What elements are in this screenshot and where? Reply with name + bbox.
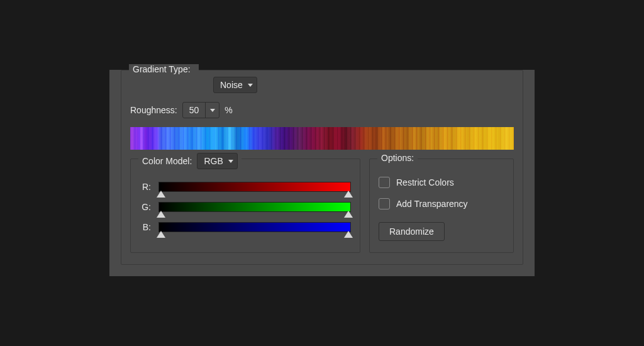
channel-g-label: G: xyxy=(140,202,151,212)
slider-g[interactable] xyxy=(158,202,351,212)
restrict-colors-checkbox[interactable] xyxy=(379,177,390,188)
color-model-fieldset: Color Model: RGB R: G: xyxy=(130,159,360,253)
color-model-select[interactable]: RGB xyxy=(197,153,237,169)
slider-g-min-thumb[interactable] xyxy=(157,211,165,218)
color-model-legend: Color Model: RGB xyxy=(138,153,242,169)
slider-r[interactable] xyxy=(158,182,351,192)
add-transparency-label: Add Transparency xyxy=(396,199,468,209)
options-fieldset: Options: Restrict Colors Add Transparenc… xyxy=(369,159,514,253)
add-transparency-checkbox[interactable] xyxy=(379,198,390,209)
slider-r-min-thumb[interactable] xyxy=(157,191,165,198)
channel-r-label: R: xyxy=(140,182,151,192)
gradient-type-value: Noise xyxy=(220,80,243,90)
roughness-label: Roughness: xyxy=(130,105,177,115)
chevron-down-icon xyxy=(248,84,253,87)
gradient-fieldset: Gradient Type: Noise Roughness: 50 % xyxy=(121,70,523,265)
randomize-button-label: Randomize xyxy=(389,226,434,237)
roughness-stepper[interactable] xyxy=(205,103,219,118)
color-model-label: Color Model: xyxy=(142,156,192,166)
slider-b-min-thumb[interactable] xyxy=(157,231,165,238)
roughness-unit: % xyxy=(225,105,232,115)
options-legend: Options: xyxy=(377,153,418,163)
roughness-input[interactable]: 50 xyxy=(182,102,220,118)
gradient-type-legend: Gradient Type: xyxy=(129,64,199,74)
color-model-value: RGB xyxy=(204,156,223,166)
randomize-button[interactable]: Randomize xyxy=(379,222,445,241)
slider-g-max-thumb[interactable] xyxy=(344,211,353,218)
slider-b[interactable] xyxy=(158,222,351,232)
channel-b-label: B: xyxy=(140,222,151,232)
gradient-type-select[interactable]: Noise xyxy=(213,77,257,93)
chevron-down-icon xyxy=(210,109,215,112)
slider-r-max-thumb[interactable] xyxy=(344,191,353,198)
gradient-type-label: Gradient Type: xyxy=(133,64,191,74)
options-label: Options: xyxy=(381,153,414,163)
slider-b-max-thumb[interactable] xyxy=(344,231,353,238)
roughness-value: 50 xyxy=(183,105,206,115)
gradient-panel: Gradient Type: Noise Roughness: 50 % xyxy=(109,70,535,276)
restrict-colors-label: Restrict Colors xyxy=(396,177,454,187)
chevron-down-icon xyxy=(228,160,233,163)
gradient-preview xyxy=(130,127,514,150)
